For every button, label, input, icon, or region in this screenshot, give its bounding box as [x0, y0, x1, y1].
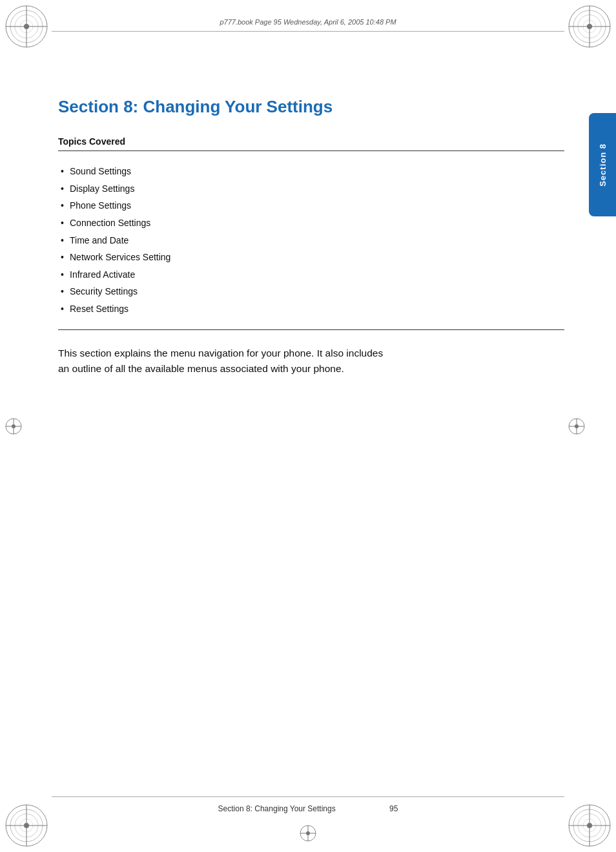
topics-list: Sound SettingsDisplay SettingsPhone Sett…: [58, 163, 564, 317]
corner-decoration-tr: [567, 4, 612, 49]
topics-covered-heading: Topics Covered: [58, 136, 564, 151]
header-text: p777.book Page 95 Wednesday, April 6, 20…: [0, 18, 616, 26]
topics-list-item: Connection Settings: [58, 214, 564, 232]
right-middle-crosshair: [567, 417, 586, 436]
bottom-center-crosshair: [298, 824, 318, 843]
main-content: Section 8: Changing Your Settings Topics…: [58, 45, 564, 787]
footer-left: Section 8: Changing Your Settings: [218, 804, 336, 813]
topics-list-item: Sound Settings: [58, 163, 564, 180]
section-tab: Section 8: [589, 113, 616, 216]
topics-divider: [58, 329, 564, 330]
description-text: This section explains the menu navigatio…: [58, 346, 394, 378]
section-tab-label: Section 8: [598, 143, 608, 187]
topics-list-item: Security Settings: [58, 283, 564, 300]
header-bar: [52, 31, 564, 32]
footer-bar: [52, 796, 564, 797]
footer-page-number: 95: [389, 804, 398, 813]
topics-list-item: Infrared Activate: [58, 266, 564, 284]
topics-list-item: Phone Settings: [58, 197, 564, 214]
topics-list-item: Reset Settings: [58, 300, 564, 318]
topics-list-item: Time and Date: [58, 232, 564, 249]
left-middle-crosshair: [4, 417, 23, 436]
footer-text: Section 8: Changing Your Settings 95: [0, 804, 616, 813]
topics-list-item: Network Services Setting: [58, 249, 564, 266]
corner-decoration-tl: [4, 4, 49, 49]
section-title: Section 8: Changing Your Settings: [58, 97, 564, 117]
topics-list-item: Display Settings: [58, 180, 564, 198]
